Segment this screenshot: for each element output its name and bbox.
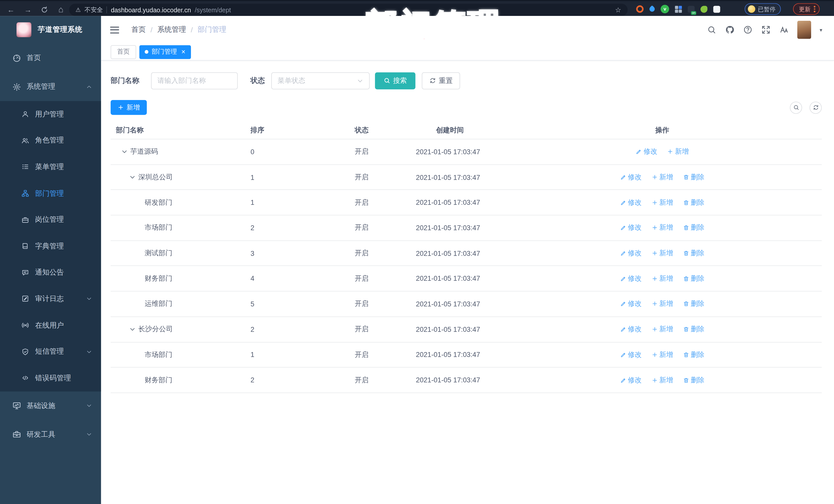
- modify-action-link[interactable]: 修改: [620, 350, 642, 359]
- sidebar-item-dict-management[interactable]: 字典管理: [0, 233, 101, 259]
- extension-icon[interactable]: [636, 5, 643, 13]
- tab-home[interactable]: 首页: [111, 45, 136, 59]
- extension-icon[interactable]: on: [688, 6, 695, 13]
- delete-action-link[interactable]: 删除: [683, 375, 704, 385]
- briefcase-icon: [21, 216, 29, 224]
- help-icon[interactable]: [743, 25, 753, 35]
- sidebar-item-home[interactable]: 首页: [0, 44, 101, 72]
- sidebar: 芋道管理系统 首页系统管理用户管理角色管理菜单管理部门管理岗位管理字典管理通知公…: [0, 16, 101, 504]
- action-label: 修改: [628, 223, 642, 233]
- modify-action-link[interactable]: 修改: [636, 147, 657, 156]
- sidebar-item-infrastructure[interactable]: 基础设施: [0, 391, 101, 420]
- browser-menu-icon[interactable]: [814, 6, 815, 12]
- forward-icon[interactable]: →: [23, 5, 32, 14]
- extension-icon[interactable]: [713, 6, 720, 13]
- add-action-link[interactable]: 新增: [651, 248, 673, 258]
- sidebar-item-error-code-management[interactable]: 错误码管理: [0, 365, 101, 391]
- app-logo[interactable]: 芋道管理系统: [0, 16, 101, 44]
- modify-action-link[interactable]: 修改: [620, 223, 642, 233]
- sidebar-item-dev-tools[interactable]: 研发工具: [0, 420, 101, 448]
- modify-action-link[interactable]: 修改: [620, 299, 642, 309]
- trash-icon: [683, 326, 689, 333]
- fullscreen-icon[interactable]: [761, 25, 771, 35]
- hamburger-icon[interactable]: [110, 26, 119, 34]
- add-action-link[interactable]: 新增: [651, 375, 673, 385]
- action-label: 修改: [628, 375, 642, 385]
- extension-icon[interactable]: [648, 5, 656, 13]
- action-label: 删除: [690, 375, 704, 385]
- extension-icon[interactable]: [675, 6, 682, 13]
- delete-action-link[interactable]: 删除: [683, 350, 704, 359]
- modify-action-link[interactable]: 修改: [620, 198, 642, 207]
- tree-expand-icon[interactable]: [129, 174, 136, 180]
- modify-action-link[interactable]: 修改: [620, 248, 642, 258]
- add-action-link[interactable]: 新增: [651, 325, 673, 334]
- tree-expand-icon[interactable]: [129, 326, 136, 333]
- search-button[interactable]: 搜索: [375, 72, 415, 89]
- modify-action-link[interactable]: 修改: [620, 274, 642, 283]
- sidebar-item-sms-management[interactable]: 短信管理: [0, 338, 101, 365]
- avatar-dropdown-icon[interactable]: ▾: [820, 27, 822, 33]
- add-action-link[interactable]: 新增: [651, 299, 673, 309]
- sidebar-item-dept-management[interactable]: 部门管理: [0, 180, 101, 206]
- tree-expand-icon[interactable]: [122, 149, 128, 155]
- font-size-icon[interactable]: [779, 25, 789, 35]
- add-action-link[interactable]: 新增: [651, 274, 673, 283]
- dept-name-input[interactable]: [151, 72, 238, 89]
- trash-icon: [683, 225, 689, 231]
- profile-paused-chip[interactable]: 已暂停: [745, 3, 781, 15]
- sidebar-item-online-users[interactable]: 在线用户: [0, 312, 101, 338]
- modify-action-link[interactable]: 修改: [620, 325, 642, 334]
- modify-action-link[interactable]: 修改: [620, 375, 642, 385]
- delete-action-link[interactable]: 删除: [683, 223, 704, 233]
- add-action-link[interactable]: 新增: [651, 172, 673, 182]
- delete-action-link[interactable]: 删除: [683, 299, 704, 309]
- address-bar[interactable]: ⚠ 不安全 dashboard.yudao.iocoder.cn/system/…: [69, 4, 628, 16]
- status-select-placeholder: 菜单状态: [278, 76, 305, 85]
- close-tab-icon[interactable]: ×: [181, 48, 185, 56]
- breadcrumb-item[interactable]: 首页: [131, 25, 146, 35]
- add-action-link[interactable]: 新增: [651, 198, 673, 207]
- back-icon[interactable]: ←: [6, 5, 15, 14]
- add-button[interactable]: 新增: [111, 100, 147, 115]
- monitor-icon: [12, 401, 21, 410]
- add-action-link[interactable]: 新增: [651, 223, 673, 233]
- add-action-link[interactable]: 新增: [651, 350, 673, 359]
- status-select[interactable]: 菜单状态: [271, 72, 370, 89]
- sidebar-item-system-management[interactable]: 系统管理: [0, 72, 101, 101]
- chevron-down-icon: [357, 78, 364, 84]
- reload-icon[interactable]: [41, 6, 48, 14]
- add-action-link[interactable]: 新增: [667, 147, 689, 156]
- github-icon[interactable]: [725, 25, 734, 35]
- avatar-emoji: [748, 5, 755, 13]
- search-icon[interactable]: [707, 25, 717, 35]
- toggle-search-button[interactable]: [790, 101, 802, 114]
- delete-action-link[interactable]: 删除: [683, 172, 704, 182]
- breadcrumb-item[interactable]: 系统管理: [157, 25, 186, 35]
- sidebar-item-post-management[interactable]: 岗位管理: [0, 206, 101, 233]
- bookmark-star-icon[interactable]: ☆: [615, 6, 621, 14]
- extension-icon[interactable]: v: [660, 5, 669, 13]
- plus-icon: [651, 174, 658, 180]
- toolbox-icon: [12, 430, 21, 439]
- dept-name: 测试部门: [145, 248, 172, 258]
- delete-action-link[interactable]: 删除: [683, 325, 704, 334]
- reset-button[interactable]: 重置: [422, 72, 460, 89]
- sidebar-item-notice-announcement[interactable]: 通知公告: [0, 259, 101, 286]
- menu-list-icon: [21, 163, 29, 171]
- table-row: 研发部门1开启2021-01-05 17:03:47修改新增删除: [111, 190, 822, 216]
- extension-icon[interactable]: [701, 6, 707, 13]
- delete-action-link[interactable]: 删除: [683, 198, 704, 207]
- sidebar-item-menu-management[interactable]: 菜单管理: [0, 154, 101, 180]
- sidebar-item-audit-log[interactable]: 审计日志: [0, 286, 101, 312]
- delete-action-link[interactable]: 删除: [683, 274, 704, 283]
- browser-update-button[interactable]: 更新: [793, 3, 819, 15]
- home-icon[interactable]: ⌂: [57, 5, 65, 14]
- sidebar-item-user-management[interactable]: 用户管理: [0, 101, 101, 128]
- tab-dept-management[interactable]: 部门管理 ×: [139, 45, 191, 59]
- sidebar-item-role-management[interactable]: 角色管理: [0, 128, 101, 154]
- refresh-table-button[interactable]: [810, 101, 822, 114]
- modify-action-link[interactable]: 修改: [620, 172, 642, 182]
- delete-action-link[interactable]: 删除: [683, 248, 704, 258]
- user-avatar[interactable]: [797, 21, 811, 39]
